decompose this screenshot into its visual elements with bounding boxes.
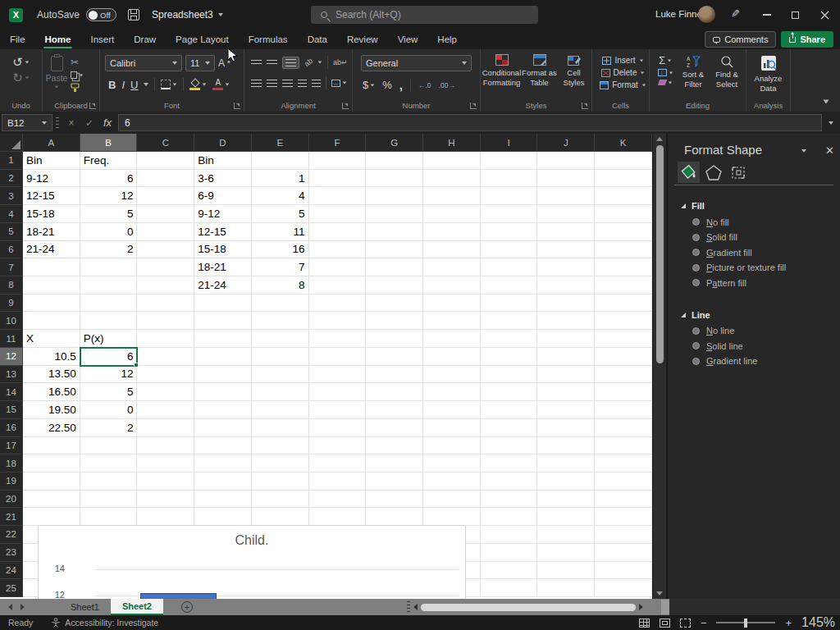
grid-cell-C11[interactable] (137, 330, 194, 348)
alignment-dialog-launcher[interactable] (342, 103, 349, 109)
grid-cell-D3[interactable]: 6-9 (194, 187, 252, 205)
row-header-18[interactable]: 18 (0, 454, 23, 472)
grid-cell-K21[interactable] (595, 508, 652, 526)
grid-cell-G20[interactable] (366, 491, 423, 509)
horizontal-scrollbar-thumb[interactable] (421, 604, 636, 611)
grid-cell-C19[interactable] (137, 472, 194, 491)
grid-cell-J20[interactable] (537, 491, 595, 509)
grid-cell-C16[interactable] (137, 419, 194, 437)
grid-cell-D4[interactable]: 9-12 (194, 205, 252, 223)
grid-cell-C12[interactable] (137, 348, 194, 366)
horizontal-scrollbar[interactable] (404, 601, 661, 613)
grid-cell-G19[interactable] (366, 472, 423, 491)
orientation-button[interactable]: ab (303, 57, 314, 68)
grid-cell-E14[interactable] (252, 383, 309, 401)
chart-bar[interactable] (140, 593, 217, 599)
scroll-left-icon[interactable] (413, 604, 418, 610)
grid-cell-F21[interactable] (309, 508, 367, 526)
align-right-button[interactable] (282, 80, 293, 87)
paste-button[interactable]: Paste (43, 56, 71, 93)
radio-button-icon[interactable] (692, 249, 700, 256)
grid-cell-F5[interactable] (309, 223, 367, 241)
grid-cell-K23[interactable] (595, 544, 652, 562)
pane-options-chevron-icon[interactable] (801, 149, 806, 153)
grid-cell-G2[interactable] (366, 170, 423, 188)
row-header-22[interactable]: 22 (0, 526, 23, 544)
grid-cell-J18[interactable] (537, 454, 595, 472)
grid-cell-E7[interactable]: 7 (252, 258, 309, 276)
grid-cell-D20[interactable] (194, 491, 252, 509)
grid-cell-E21[interactable] (252, 508, 309, 526)
grid-cell-F20[interactable] (309, 491, 367, 509)
grid-cell-A2[interactable]: 9-12 (23, 170, 80, 188)
grid-cell-E15[interactable] (252, 401, 309, 419)
grid-cell-B14[interactable]: 5 (80, 383, 138, 401)
grid-cell-F14[interactable] (309, 383, 367, 401)
grid-cell-F2[interactable] (309, 170, 367, 188)
grid-cell-I1[interactable] (481, 152, 538, 170)
analyze-data-button[interactable]: Analyze Data (746, 49, 790, 94)
grid-cell-A17[interactable] (23, 437, 80, 455)
grid-cell-F15[interactable] (309, 401, 367, 419)
increase-indent-button[interactable] (312, 80, 321, 87)
grid-cell-G11[interactable] (366, 330, 423, 348)
grid-cell-F3[interactable] (309, 187, 367, 205)
font-dialog-launcher[interactable] (234, 103, 240, 109)
grid-cell-K5[interactable] (595, 223, 652, 241)
column-header-B[interactable]: B (80, 134, 138, 152)
grid-cell-B6[interactable]: 2 (80, 241, 138, 259)
column-header-E[interactable]: E (252, 134, 309, 152)
grid-cell-F11[interactable] (309, 330, 367, 348)
grid-cell-C2[interactable] (137, 170, 194, 188)
grid-cell-I25[interactable] (481, 579, 538, 597)
grid-cell-B4[interactable]: 5 (80, 205, 138, 223)
grid-cell-H5[interactable] (423, 223, 481, 241)
radio-button-icon[interactable] (692, 279, 700, 286)
insert-cells-button[interactable]: Insert (597, 56, 649, 65)
grid-cell-I3[interactable] (481, 187, 538, 205)
grid-cell-J23[interactable] (537, 544, 595, 562)
share-button[interactable]: Share (781, 31, 833, 48)
align-top-button[interactable] (251, 60, 262, 65)
section-header-fill[interactable]: Fill (681, 201, 840, 211)
autosum-button[interactable]: Σ (655, 55, 676, 66)
scroll-right-icon[interactable] (639, 604, 643, 610)
save-icon[interactable] (128, 9, 139, 21)
row-header-10[interactable]: 10 (0, 312, 23, 330)
grid-cell-G17[interactable] (366, 437, 423, 455)
grid-cell-K2[interactable] (595, 170, 652, 188)
grid-cell-H10[interactable] (423, 312, 481, 330)
accounting-format-button[interactable]: $ (363, 79, 375, 91)
column-header-C[interactable]: C (137, 134, 194, 152)
grid-cell-D19[interactable] (194, 472, 252, 491)
grid-cell-I8[interactable] (481, 276, 538, 294)
grid-cell-G12[interactable] (366, 348, 423, 366)
grid-cell-C6[interactable] (137, 241, 194, 259)
increase-decimal-button[interactable]: ←.0 (418, 81, 431, 89)
number-format-combobox[interactable]: General (361, 55, 472, 71)
grid-cell-G21[interactable] (366, 508, 423, 526)
center-button[interactable] (267, 80, 277, 87)
column-header-D[interactable]: D (194, 134, 252, 152)
ribbon-tab-home[interactable]: Home (35, 30, 81, 49)
option-solid-line[interactable]: Solid line (692, 341, 840, 350)
grid-cell-C21[interactable] (137, 508, 194, 526)
name-box[interactable]: B12 (2, 114, 52, 131)
grid-cell-C4[interactable] (137, 205, 194, 223)
grid-cell-D10[interactable] (194, 312, 252, 330)
grid-cell-G1[interactable] (366, 152, 423, 170)
grid-cell-J2[interactable] (537, 170, 595, 188)
grid-cell-I14[interactable] (481, 383, 538, 401)
grid-cell-B20[interactable] (80, 491, 138, 509)
ribbon-tab-insert[interactable]: Insert (80, 30, 124, 49)
grid-cell-I11[interactable] (481, 330, 538, 348)
grid-cell-B5[interactable]: 0 (80, 223, 138, 241)
grid-cell-H21[interactable] (423, 508, 481, 526)
sheet-tab-sheet2[interactable]: Sheet2 (111, 599, 163, 615)
number-dialog-launcher[interactable] (470, 103, 477, 109)
format-cells-button[interactable]: Format (597, 80, 649, 89)
grid-cell-H6[interactable] (423, 241, 481, 259)
row-header-25[interactable]: 25 (0, 579, 23, 597)
grid-cell-C13[interactable] (137, 366, 194, 384)
option-picture-or-texture-fill[interactable]: Picture or texture fill (692, 263, 840, 272)
